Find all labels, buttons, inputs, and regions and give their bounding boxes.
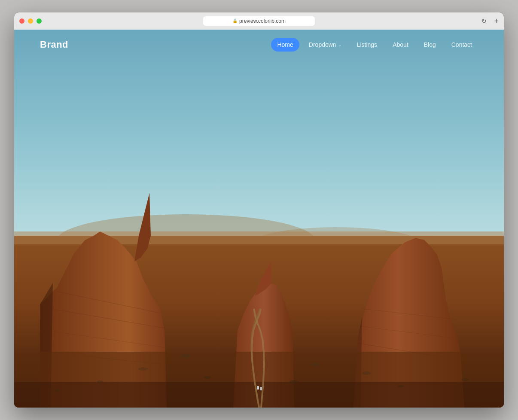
nav-listings[interactable]: Listings — [351, 38, 383, 52]
new-tab-button[interactable]: + — [494, 17, 499, 25]
nav-blog[interactable]: Blog — [418, 38, 442, 52]
svg-point-24 — [311, 363, 319, 366]
navbar: Brand Home Dropdown ⌄ Listings About Blo… — [14, 30, 504, 60]
address-bar[interactable]: 🔒 preview.colorlib.com — [203, 16, 315, 26]
svg-rect-22 — [260, 387, 262, 390]
title-bar: 🔒 preview.colorlib.com ↻ + — [14, 12, 504, 30]
nav-contact[interactable]: Contact — [445, 38, 478, 52]
close-button[interactable] — [19, 18, 24, 24]
traffic-lights — [19, 18, 42, 24]
browser-window: 🔒 preview.colorlib.com ↻ + — [14, 12, 504, 408]
svg-point-25 — [204, 376, 211, 379]
website-content: Brand Home Dropdown ⌄ Listings About Blo… — [14, 30, 504, 408]
svg-point-32 — [461, 378, 469, 381]
svg-point-27 — [138, 367, 148, 371]
svg-point-29 — [97, 380, 103, 383]
svg-point-28 — [362, 371, 371, 375]
svg-rect-21 — [257, 386, 259, 390]
reload-button[interactable]: ↻ — [481, 18, 487, 24]
svg-point-30 — [397, 385, 404, 387]
svg-point-23 — [181, 354, 191, 358]
nav-links: Home Dropdown ⌄ Listings About Blog Cont… — [271, 38, 478, 52]
landscape-illustration — [14, 30, 504, 408]
nav-about[interactable]: About — [387, 38, 414, 52]
brand-logo[interactable]: Brand — [40, 39, 68, 50]
nav-dropdown[interactable]: Dropdown ⌄ — [303, 38, 347, 52]
svg-point-31 — [53, 389, 61, 392]
svg-point-26 — [289, 380, 297, 383]
lock-icon: 🔒 — [232, 18, 237, 24]
maximize-button[interactable] — [37, 18, 42, 24]
minimize-button[interactable] — [28, 18, 33, 24]
address-text: preview.colorlib.com — [239, 18, 286, 24]
nav-home[interactable]: Home — [271, 38, 299, 52]
chevron-down-icon: ⌄ — [338, 43, 341, 47]
